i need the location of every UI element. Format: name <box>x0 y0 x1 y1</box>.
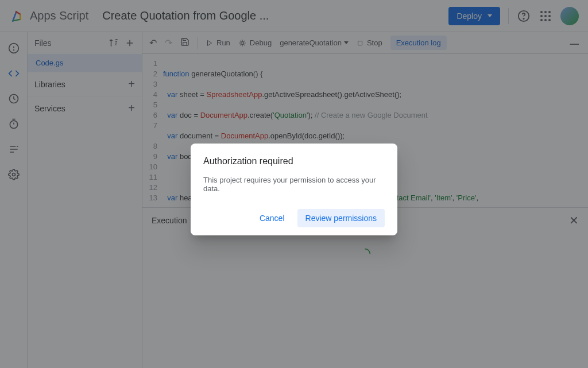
cancel-button[interactable]: Cancel <box>252 209 293 227</box>
authorization-dialog: Authorization required This project requ… <box>191 144 397 235</box>
modal-scrim[interactable]: Authorization required This project requ… <box>0 0 588 368</box>
review-permissions-button[interactable]: Review permissions <box>297 209 385 227</box>
dialog-title: Authorization required <box>203 156 385 166</box>
dialog-actions: Cancel Review permissions <box>203 209 385 227</box>
dialog-message: This project requires your permission to… <box>203 176 385 193</box>
